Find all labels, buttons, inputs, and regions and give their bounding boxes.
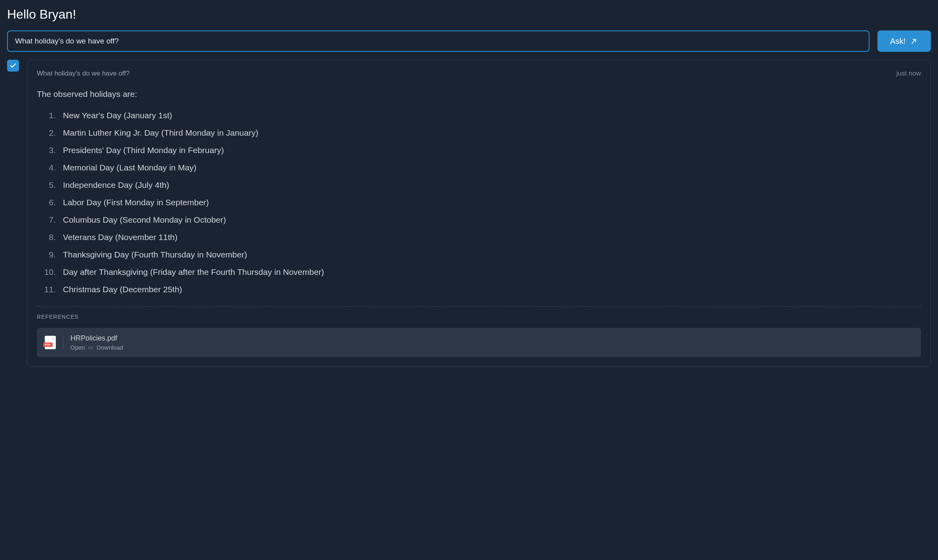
download-link[interactable]: Download: [97, 344, 123, 351]
input-row: Ask!: [7, 30, 931, 52]
list-item: New Year's Day (January 1st): [37, 111, 921, 120]
timestamp: just now: [896, 70, 921, 78]
list-item: Labor Day (First Monday in September): [37, 198, 921, 207]
holiday-list: New Year's Day (January 1st) Martin Luth…: [37, 111, 921, 294]
answer-header: What holiday's do we have off? just now: [37, 70, 921, 78]
reference-actions: Open or Download: [70, 344, 123, 351]
list-item: Day after Thanksgiving (Friday after the…: [37, 267, 921, 277]
reference-card: PDF HRPolicies.pdf Open or Download: [37, 328, 921, 357]
list-item: Columbus Day (Second Monday in October): [37, 215, 921, 225]
status-badge: [7, 60, 19, 72]
reference-info: HRPolicies.pdf Open or Download: [70, 334, 123, 351]
answer-panel: What holiday's do we have off? just now …: [27, 60, 931, 367]
list-item: Presidents' Day (Third Monday in Februar…: [37, 146, 921, 155]
separator: or: [88, 344, 93, 351]
check-icon: [9, 62, 17, 69]
content-row: What holiday's do we have off? just now …: [7, 60, 931, 367]
ask-button[interactable]: Ask!: [877, 30, 931, 52]
ask-button-label: Ask!: [890, 37, 906, 46]
question-input[interactable]: [7, 30, 870, 52]
pdf-icon: PDF: [45, 336, 63, 349]
reference-filename: HRPolicies.pdf: [70, 334, 123, 342]
list-item: Memorial Day (Last Monday in May): [37, 163, 921, 172]
divider: [37, 306, 921, 306]
list-item: Christmas Day (December 25th): [37, 285, 921, 294]
page-title: Hello Bryan!: [7, 7, 931, 22]
list-item: Independence Day (July 4th): [37, 180, 921, 190]
send-icon: [910, 37, 918, 45]
references-label: REFERENCES: [37, 314, 921, 320]
pdf-badge: PDF: [43, 342, 53, 347]
open-link[interactable]: Open: [70, 344, 85, 351]
list-item: Thanksgiving Day (Fourth Thursday in Nov…: [37, 250, 921, 259]
list-item: Veterans Day (November 11th): [37, 233, 921, 242]
list-item: Martin Luther King Jr. Day (Third Monday…: [37, 128, 921, 138]
question-echo: What holiday's do we have off?: [37, 70, 129, 78]
answer-intro: The observed holidays are:: [37, 89, 921, 99]
